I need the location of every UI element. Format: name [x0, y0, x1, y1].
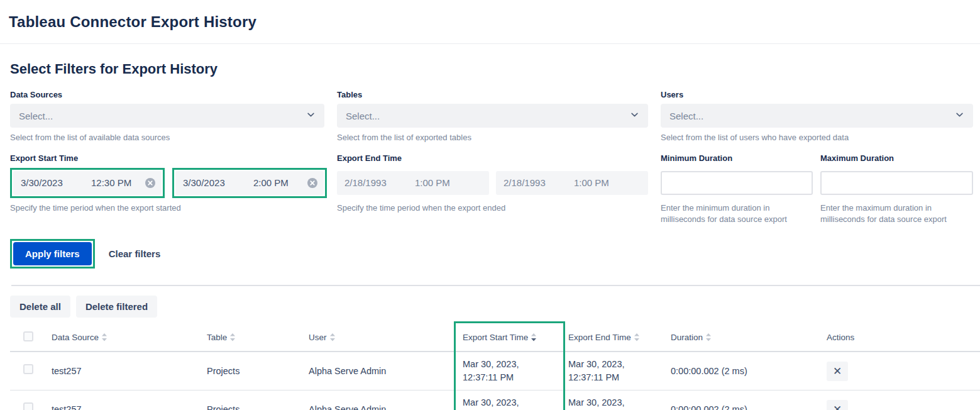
export-start-to-time[interactable]: 2:00 PM: [253, 177, 307, 188]
cell-user: Alpha Serve Admin: [299, 391, 453, 410]
row-checkbox[interactable]: [23, 402, 33, 410]
sort-desc-icon: [531, 333, 536, 341]
column-header-table[interactable]: Table: [197, 324, 299, 352]
column-header-export-end-time[interactable]: Export End Time: [558, 324, 661, 352]
export-end-to-input[interactable]: 2/18/1993 1:00 PM: [496, 171, 648, 195]
export-start-to-date[interactable]: 3/30/2023: [183, 177, 253, 188]
tables-filter: Tables Select... Select from the list of…: [337, 90, 648, 143]
cell-duration: 0:00:00.002 (2 ms): [661, 352, 817, 391]
table-row: test257 Projects Alpha Serve Admin Mar 3…: [10, 352, 980, 391]
tables-help: Select from the list of exported tables: [337, 132, 648, 143]
export-end-to-date[interactable]: 2/18/1993: [504, 177, 574, 188]
export-end-from-date[interactable]: 2/18/1993: [344, 177, 415, 188]
delete-toolbar: Delete all Delete filtered: [10, 296, 980, 318]
max-duration-label: Maximum Duration: [820, 153, 973, 163]
column-header-data-source[interactable]: Data Source: [41, 324, 197, 352]
export-end-time-label: Export End Time: [337, 153, 648, 163]
column-header-export-start-time[interactable]: Export Start Time: [453, 324, 558, 352]
filter-actions: Apply filters Clear filters: [10, 239, 980, 269]
chevron-down-icon: [955, 110, 964, 122]
min-duration-filter: Minimum Duration Enter the minimum durat…: [661, 153, 813, 225]
delete-row-icon[interactable]: ✕: [827, 400, 848, 410]
max-duration-input[interactable]: [820, 171, 973, 195]
export-history-table: Data Source Table User Export Start Time: [10, 324, 980, 410]
select-all-checkbox[interactable]: [23, 331, 33, 341]
users-select[interactable]: Select...: [661, 104, 973, 128]
tables-placeholder: Select...: [346, 111, 380, 121]
cell-user: Alpha Serve Admin: [299, 352, 453, 391]
sort-icon: [330, 333, 335, 341]
row-checkbox[interactable]: [23, 364, 33, 374]
sort-icon: [102, 333, 107, 341]
cell-duration: 0:00:00.002 (2 ms): [661, 391, 817, 410]
cell-table: Projects: [197, 352, 299, 391]
cell-export-end: Mar 30, 2023, 12:36:00 PM: [558, 391, 661, 410]
export-start-to-input[interactable]: 3/30/2023 2:00 PM: [175, 171, 324, 195]
export-start-from-date[interactable]: 3/30/2023: [21, 177, 91, 188]
filters-section: Select Filters for Export History Data S…: [0, 61, 980, 410]
highlight-annotation: Apply filters: [10, 239, 95, 269]
delete-filtered-button[interactable]: Delete filtered: [76, 296, 157, 318]
data-sources-placeholder: Select...: [19, 111, 53, 121]
users-label: Users: [661, 90, 973, 99]
data-sources-help: Select from the list of available data s…: [10, 132, 324, 143]
users-help: Select from the list of users who have e…: [661, 132, 973, 143]
cell-export-start: Mar 30, 2023, 12:36:00 PM: [453, 391, 558, 410]
sort-icon: [706, 333, 711, 341]
clear-date-icon[interactable]: [145, 178, 155, 188]
max-duration-help: Enter the maximum duration in millisecon…: [820, 202, 973, 225]
users-placeholder: Select...: [669, 111, 703, 121]
chevron-down-icon: [306, 110, 316, 122]
duration-filters: Minimum Duration Enter the minimum durat…: [661, 153, 973, 225]
table-header-row: Data Source Table User Export Start Time: [10, 324, 980, 352]
export-start-time-help: Specify the time period when the export …: [10, 202, 324, 214]
delete-row-icon[interactable]: ✕: [827, 362, 848, 381]
page-title: Tableau Connector Export History: [9, 13, 970, 31]
highlight-annotation: 3/30/2023 2:00 PM: [172, 168, 327, 198]
clear-date-icon[interactable]: [307, 178, 317, 188]
tables-select[interactable]: Select...: [337, 104, 648, 128]
cell-export-end: Mar 30, 2023, 12:37:11 PM: [558, 352, 661, 391]
export-end-time-filter: Export End Time 2/18/1993 1:00 PM 2/18/1…: [337, 153, 648, 225]
sort-icon: [230, 333, 235, 341]
tables-label: Tables: [337, 90, 648, 99]
cell-table: Projects: [197, 391, 299, 410]
min-duration-help: Enter the minimum duration in millisecon…: [661, 202, 813, 225]
cell-export-start: Mar 30, 2023, 12:37:11 PM: [453, 352, 558, 391]
data-sources-select[interactable]: Select...: [10, 104, 324, 128]
table-row: test257 Projects Alpha Serve Admin Mar 3…: [10, 391, 980, 410]
export-start-time-label: Export Start Time: [10, 153, 324, 163]
export-end-to-time[interactable]: 1:00 PM: [574, 177, 642, 188]
filter-row-times: Export Start Time 3/30/2023 12:30 PM 3/3…: [10, 153, 980, 225]
max-duration-filter: Maximum Duration Enter the maximum durat…: [820, 153, 973, 225]
highlight-annotation: 3/30/2023 12:30 PM: [10, 168, 165, 198]
export-start-from-input[interactable]: 3/30/2023 12:30 PM: [13, 171, 162, 195]
data-sources-label: Data Sources: [10, 90, 324, 99]
page-header: Tableau Connector Export History: [0, 0, 980, 44]
min-duration-input[interactable]: [661, 171, 813, 195]
sort-icon: [634, 333, 639, 341]
users-filter: Users Select... Select from the list of …: [661, 90, 973, 143]
chevron-down-icon: [630, 110, 639, 122]
export-history-table-wrap: Data Source Table User Export Start Time: [10, 324, 980, 410]
data-sources-filter: Data Sources Select... Select from the l…: [10, 90, 324, 143]
divider: [11, 285, 980, 286]
clear-filters-button[interactable]: Clear filters: [105, 248, 165, 260]
filter-row-dropdowns: Data Sources Select... Select from the l…: [10, 90, 980, 143]
column-header-actions: Actions: [817, 324, 980, 352]
export-end-from-time[interactable]: 1:00 PM: [415, 177, 483, 188]
delete-all-button[interactable]: Delete all: [10, 296, 70, 318]
cell-data-source: test257: [41, 391, 197, 410]
export-end-time-help: Specify the time period when the export …: [337, 202, 648, 214]
column-header-user[interactable]: User: [299, 324, 453, 352]
export-end-from-input[interactable]: 2/18/1993 1:00 PM: [337, 171, 489, 195]
export-start-time-filter: Export Start Time 3/30/2023 12:30 PM 3/3…: [10, 153, 324, 225]
min-duration-label: Minimum Duration: [661, 153, 813, 163]
cell-data-source: test257: [41, 352, 197, 391]
apply-filters-button[interactable]: Apply filters: [13, 242, 92, 265]
export-start-from-time[interactable]: 12:30 PM: [91, 177, 145, 188]
filters-heading: Select Filters for Export History: [10, 61, 980, 77]
column-header-duration[interactable]: Duration: [661, 324, 817, 352]
